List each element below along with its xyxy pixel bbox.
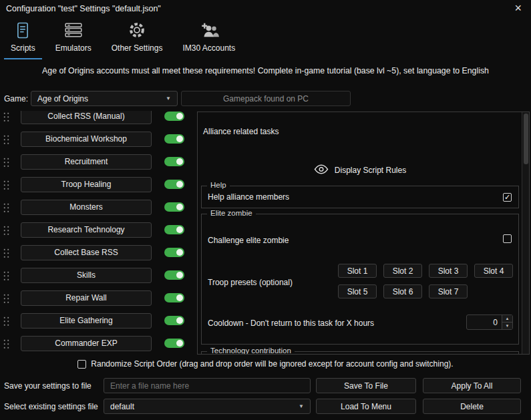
tab-label: Scripts — [11, 43, 35, 53]
randomize-checkbox[interactable] — [77, 360, 86, 369]
select-settings-label: Select existing settings file — [4, 402, 98, 411]
display-script-rules-button[interactable]: Display Script Rules — [198, 164, 522, 176]
delete-button[interactable]: Delete — [423, 399, 521, 414]
script-row: Repair Wall — [0, 286, 195, 309]
script-button[interactable]: Collect Base RSS — [21, 245, 152, 260]
slot-row: Slot 5 Slot 6 Slot 7 — [338, 284, 468, 298]
script-toggle[interactable] — [164, 248, 184, 257]
slot-row: Slot 1 Slot 2 Slot 3 Slot 4 — [338, 264, 513, 278]
troop-presets-label: Troop presets (optional) — [208, 278, 293, 287]
drag-handle-icon[interactable] — [3, 247, 10, 258]
eye-icon — [314, 164, 329, 176]
tab-label: Emulators — [55, 43, 92, 53]
challenge-elite-label: Challenge elite zombie — [208, 236, 289, 245]
tab-bar: Scripts Emulators Other Settings — [4, 19, 242, 59]
drag-handle-icon[interactable] — [3, 315, 10, 326]
slot-button[interactable]: Slot 1 — [338, 264, 377, 278]
panel-scrollbar[interactable] — [522, 112, 529, 354]
load-to-menu-button[interactable]: Load To Menu — [316, 399, 416, 414]
script-row: Biochemical Workshop — [0, 128, 195, 150]
drag-handle-icon[interactable] — [3, 292, 10, 303]
settings-file-select[interactable]: default ▼ — [104, 399, 311, 414]
slot-button[interactable]: Slot 3 — [429, 264, 468, 278]
file-name-input[interactable] — [104, 378, 311, 393]
script-toggle[interactable] — [164, 316, 184, 325]
script-row: Elite Gathering — [0, 309, 195, 332]
spinner-buttons: ▲ ▼ — [502, 315, 512, 329]
slot-button[interactable]: Slot 2 — [383, 264, 422, 278]
technology-contribution-group: Technology contribution — [201, 351, 519, 355]
script-toggle[interactable] — [164, 225, 184, 234]
tab-im30-accounts[interactable]: IM30 Accounts — [176, 19, 242, 59]
tab-label: Other Settings — [112, 43, 163, 53]
help-group-legend: Help — [207, 181, 230, 189]
script-toggle[interactable] — [164, 202, 184, 212]
script-toggle[interactable] — [164, 112, 184, 121]
scrollbar-thumb[interactable] — [524, 114, 528, 164]
save-settings-label: Save your settings to file — [4, 381, 92, 391]
settings-file-value: default — [110, 402, 134, 411]
script-row: Troop Healing — [0, 173, 195, 196]
drag-handle-icon[interactable] — [3, 270, 10, 280]
script-toggle[interactable] — [164, 134, 184, 144]
drag-handle-icon[interactable] — [3, 111, 10, 122]
script-toggle[interactable] — [164, 180, 184, 189]
close-icon[interactable]: × — [514, 1, 522, 15]
tab-other-settings[interactable]: Other Settings — [105, 19, 170, 59]
script-row: Collect Base RSS — [0, 241, 195, 264]
game-select[interactable]: Age of Origins ▼ — [31, 91, 178, 106]
tab-emulators[interactable]: Emulators — [49, 19, 98, 59]
script-button[interactable]: Troop Healing — [21, 177, 152, 192]
slot-button[interactable]: Slot 6 — [383, 284, 422, 298]
panel-heading: Alliance related tasks — [203, 127, 279, 136]
drag-handle-icon[interactable] — [3, 179, 10, 190]
drag-handle-icon[interactable] — [3, 156, 10, 167]
slot-button[interactable]: Slot 4 — [474, 264, 513, 278]
cooldown-value: 0 — [467, 315, 502, 329]
script-button[interactable]: Elite Gathering — [21, 313, 152, 329]
gamepack-status-button[interactable]: Gamepack found on PC — [181, 91, 351, 106]
script-button[interactable]: Repair Wall — [21, 290, 152, 306]
spin-up-icon[interactable]: ▲ — [502, 315, 512, 323]
cooldown-label: Cooldown - Don't return to this task for… — [208, 319, 374, 328]
script-button[interactable]: Skills — [21, 268, 152, 283]
script-toggle[interactable] — [164, 157, 184, 166]
script-toggle[interactable] — [164, 293, 184, 302]
emulators-icon — [64, 20, 83, 40]
script-button[interactable]: Research Technology — [21, 222, 152, 238]
script-button[interactable]: Monsters — [21, 200, 152, 215]
challenge-elite-checkbox[interactable] — [503, 234, 512, 243]
tech-group-legend: Technology contribution — [207, 347, 295, 355]
spin-down-icon[interactable]: ▼ — [502, 323, 512, 329]
slot-button[interactable]: Slot 7 — [429, 284, 468, 298]
chevron-down-icon: ▼ — [299, 403, 304, 409]
drag-handle-icon[interactable] — [3, 134, 10, 144]
script-button[interactable]: Biochemical Workshop — [21, 132, 152, 147]
gear-icon — [128, 20, 146, 40]
tab-scripts[interactable]: Scripts — [4, 19, 42, 59]
game-label: Game: — [4, 94, 28, 103]
script-row: Commander EXP — [0, 332, 195, 355]
elite-group-legend: Elite zombie — [207, 209, 256, 217]
help-alliance-checkbox[interactable]: ✓ — [503, 193, 512, 202]
cooldown-spinner[interactable]: 0 ▲ ▼ — [466, 314, 513, 330]
drag-handle-icon[interactable] — [3, 338, 10, 349]
drag-handle-icon[interactable] — [3, 224, 10, 235]
script-button[interactable]: Collect RSS (Manual) — [21, 111, 152, 124]
script-button[interactable]: Recruitment — [21, 154, 152, 170]
slot-button[interactable]: Slot 5 — [338, 284, 377, 298]
script-toggle[interactable] — [164, 270, 184, 280]
scripts-icon — [15, 20, 30, 40]
script-list: Collect RSS (Manual) Biochemical Worksho… — [0, 111, 195, 355]
apply-to-all-button[interactable]: Apply To All — [423, 378, 521, 393]
script-row: Research Technology — [0, 218, 195, 241]
title-bar: Configuration "test" Settings "default.j… — [0, 0, 531, 17]
script-row: Monsters — [0, 196, 195, 218]
save-to-file-button[interactable]: Save To File — [316, 378, 416, 393]
requirements-notice: Age of Origins accounts must all meet th… — [0, 66, 531, 75]
script-button[interactable]: Commander EXP — [21, 336, 152, 351]
check-icon: ✓ — [504, 194, 510, 201]
script-toggle[interactable] — [164, 339, 184, 348]
script-row: Collect RSS (Manual) — [0, 111, 195, 128]
drag-handle-icon[interactable] — [3, 202, 10, 212]
